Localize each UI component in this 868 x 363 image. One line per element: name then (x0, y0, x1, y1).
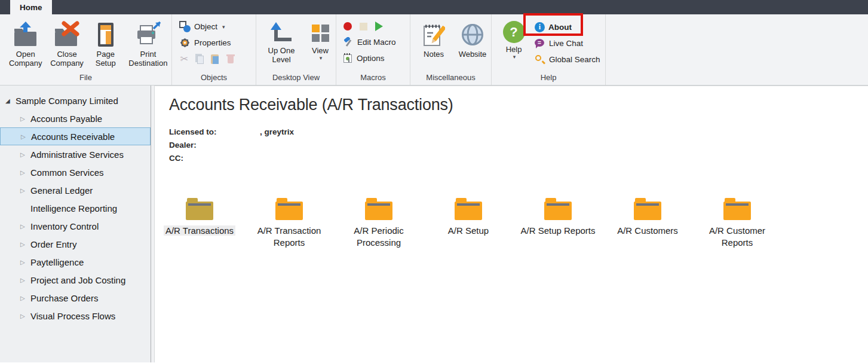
tree-expander-icon[interactable]: ▷ (20, 115, 30, 122)
folder-item[interactable]: A/R Periodic Processing (334, 198, 424, 249)
sidebar-item[interactable]: ▷ Purchase Orders (0, 289, 151, 307)
sidebar-item[interactable]: ▷ Order Entry (0, 235, 151, 253)
sidebar-item-label: Intelligence Reporting (30, 203, 117, 213)
folder-label: A/R Transaction Reports (250, 225, 329, 249)
view-button[interactable]: View ▾ (306, 19, 334, 72)
notes-button[interactable]: Notes (419, 19, 449, 72)
folder-item[interactable]: A/R Transactions (155, 198, 244, 249)
global-search-label: Global Search (549, 55, 600, 64)
open-company-label: Open Company (9, 50, 42, 68)
sidebar-item-label: Inventory Control (30, 221, 99, 231)
ribbon-empty-area (606, 14, 868, 85)
object-button[interactable]: Object ▾ (179, 19, 256, 35)
folder-icon (544, 198, 572, 220)
tree-expander-icon[interactable]: ◢ (5, 97, 16, 104)
edit-macro-label: Edit Macro (357, 38, 396, 47)
help-button[interactable]: ? Help ▾ (500, 19, 527, 72)
live-chat-button[interactable]: = Live Chat (535, 35, 600, 51)
page-setup-label: Page Setup (96, 50, 116, 68)
cc-label: CC: (169, 154, 260, 163)
ribbon: Open Company Close Company (0, 14, 868, 86)
global-search-button[interactable]: Global Search (535, 51, 600, 68)
up-one-level-button[interactable]: Up One Level (263, 19, 299, 72)
ribbon-group-file: Open Company Close Company (0, 14, 172, 85)
close-company-label: Close Company (50, 50, 84, 68)
tree-expander-icon[interactable]: ▷ (21, 133, 31, 140)
options-label: Options (357, 54, 385, 63)
tree-expander-icon[interactable]: ▷ (20, 313, 30, 319)
play-macro-icon[interactable] (375, 22, 383, 31)
tree-expander-icon[interactable]: ▷ (20, 295, 30, 301)
folder-item[interactable]: A/R Setup (424, 198, 513, 249)
folder-item[interactable]: A/R Customers (603, 198, 692, 249)
folder-label: A/R Transactions (164, 225, 235, 237)
ribbon-group-objects-label: Objects (172, 72, 256, 85)
folder-icon (723, 198, 751, 220)
tree-expander-icon[interactable]: ▷ (20, 169, 30, 176)
copy-icon[interactable] (195, 54, 205, 65)
sidebar-item-label: Order Entry (30, 239, 77, 249)
close-company-button[interactable]: Close Company (47, 19, 86, 72)
folder-item[interactable]: A/R Setup Reports (513, 198, 603, 249)
licensed-to-label: Licensed to: (169, 127, 260, 136)
paste-icon[interactable] (210, 54, 220, 65)
chevron-down-icon: ▾ (222, 24, 225, 30)
tree-expander-icon[interactable]: ▷ (20, 259, 30, 266)
edit-macro-button[interactable]: Edit Macro (343, 34, 410, 50)
tree-expander-icon[interactable]: ▷ (20, 151, 30, 158)
tab-home[interactable]: Home (10, 0, 52, 14)
sidebar-item[interactable]: ◢ Sample Company Limited (0, 91, 151, 109)
sidebar-item[interactable]: ▷ Paytelligence (0, 253, 151, 271)
sidebar-item-label: Accounts Receivable (31, 132, 115, 142)
website-button[interactable]: Website (455, 19, 490, 72)
tree-expander-icon[interactable]: ▷ (20, 187, 30, 194)
sidebar-item[interactable]: ▷ Administrative Services (0, 145, 151, 163)
content-panel: Accounts Receivable (A/R Transactions) L… (154, 86, 868, 362)
view-label: View (312, 46, 329, 55)
licensed-to-row: Licensed to: , greytrix (169, 125, 868, 138)
sidebar-item[interactable]: ▷ General Ledger (0, 181, 151, 199)
sidebar-item-label: Visual Process Flows (30, 311, 115, 321)
cut-icon[interactable]: ✂ (179, 54, 189, 65)
tree-expander-icon[interactable]: ▷ (20, 277, 30, 283)
print-destination-button[interactable]: Print Destination (125, 19, 171, 72)
ribbon-group-desktop-view: Up One Level View ▾ Desktop View (256, 14, 336, 85)
open-company-button[interactable]: Open Company (7, 19, 44, 72)
options-button[interactable]: Options (343, 50, 410, 66)
sidebar-item[interactable]: Intelligence Reporting (0, 199, 151, 217)
sidebar-item[interactable]: ▷ Visual Process Flows (0, 307, 151, 325)
folder-item[interactable]: A/R Transaction Reports (244, 198, 334, 249)
sidebar-item[interactable]: ▷ Common Services (0, 163, 151, 181)
page-setup-icon (96, 20, 116, 50)
sidebar-item[interactable]: ▷ Accounts Payable (0, 109, 151, 127)
tree-expander-icon[interactable]: ▷ (20, 241, 30, 248)
dealer-row: Dealer: (169, 138, 868, 151)
object-icon (179, 21, 191, 32)
sidebar-item[interactable]: ▷ Inventory Control (0, 217, 151, 235)
sidebar-item-label: General Ledger (30, 185, 93, 196)
stop-macro-icon[interactable] (360, 23, 367, 30)
chevron-down-icon: ▾ (320, 55, 323, 61)
sidebar-item-label: Administrative Services (30, 150, 124, 160)
sidebar-item[interactable]: ▷ Accounts Receivable (0, 127, 151, 145)
about-label: About (548, 23, 572, 32)
about-button[interactable]: i About (535, 19, 600, 35)
ribbon-group-help-label: Help (492, 72, 605, 85)
delete-icon[interactable] (226, 54, 236, 65)
properties-button[interactable]: Properties (179, 35, 256, 51)
folder-label: A/R Customers (617, 225, 678, 237)
help-label: Help (506, 45, 522, 54)
module-tree-sidebar: ◢ Sample Company Limited ▷ Accounts Paya… (0, 86, 151, 362)
live-chat-label: Live Chat (549, 39, 583, 48)
dealer-label: Dealer: (169, 141, 260, 150)
folder-icon (275, 198, 303, 220)
page-title: Accounts Receivable (A/R Transactions) (169, 96, 868, 114)
sidebar-item[interactable]: ▷ Project and Job Costing (0, 271, 151, 289)
ribbon-group-miscellaneous: Notes Website Miscellaneous (410, 14, 492, 85)
folder-item[interactable]: A/R Customer Reports (692, 198, 782, 249)
page-setup-button[interactable]: Page Setup (90, 19, 121, 72)
notes-icon (422, 20, 445, 50)
record-macro-icon[interactable] (343, 22, 352, 30)
edit-macro-hammer-icon (343, 37, 354, 47)
tree-expander-icon[interactable]: ▷ (20, 223, 30, 230)
